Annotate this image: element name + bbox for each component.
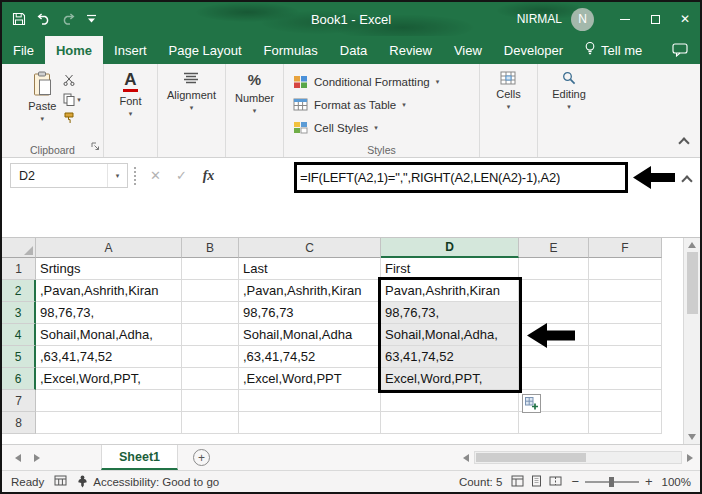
format-painter-button[interactable] <box>63 111 81 125</box>
maximize-button[interactable] <box>640 2 670 36</box>
cell-C5[interactable]: ,63,41,74,52 <box>239 346 381 368</box>
insert-function-icon[interactable]: fx <box>196 163 221 188</box>
tab-data[interactable]: Data <box>329 36 378 64</box>
cell-F4[interactable] <box>589 324 662 346</box>
cell-D5[interactable]: 63,41,74,52 <box>381 346 519 368</box>
comments-button[interactable] <box>660 36 700 64</box>
cell-D7[interactable] <box>381 390 519 412</box>
row-header-5[interactable]: 5 <box>2 346 36 368</box>
cell-E1[interactable] <box>519 258 589 280</box>
cell-B7[interactable] <box>182 390 239 412</box>
cell-C4[interactable]: Sohail,Monal,Adha <box>239 324 381 346</box>
tell-me-box[interactable]: Tell me <box>574 36 652 64</box>
previous-sheet-icon[interactable] <box>15 454 21 462</box>
accessibility-checker[interactable]: Accessibility: Good to go <box>77 475 219 488</box>
cells-menu-button[interactable]: Cells ▾ <box>492 67 524 110</box>
tab-developer[interactable]: Developer <box>493 36 574 64</box>
cell-E2[interactable] <box>519 280 589 302</box>
tab-formulas[interactable]: Formulas <box>253 36 329 64</box>
cell-B4[interactable] <box>182 324 239 346</box>
zoom-level[interactable]: 100% <box>662 476 691 488</box>
collapse-ribbon-button[interactable] <box>680 133 688 151</box>
scroll-right-icon[interactable] <box>687 454 693 462</box>
chevron-down-icon[interactable]: ▾ <box>107 164 127 187</box>
row-header-2[interactable]: 2 <box>2 280 36 302</box>
scroll-left-icon[interactable] <box>463 454 469 462</box>
tab-view[interactable]: View <box>443 36 493 64</box>
zoom-slider[interactable] <box>585 481 639 483</box>
save-icon[interactable] <box>12 12 26 26</box>
redo-icon[interactable] <box>61 13 76 26</box>
select-all-button[interactable] <box>2 238 36 258</box>
format-as-table-button[interactable]: Format as Table ▾ <box>293 94 439 115</box>
zoom-in-icon[interactable]: + <box>645 475 653 488</box>
cell-A4[interactable]: Sohail,Monal,Adha, <box>36 324 182 346</box>
tab-file[interactable]: File <box>2 36 45 64</box>
new-sheet-button[interactable]: + <box>193 449 210 466</box>
page-layout-view-icon[interactable] <box>530 475 543 489</box>
cell-C7[interactable] <box>239 390 381 412</box>
minimize-button[interactable] <box>610 2 640 36</box>
horizontal-scrollbar[interactable] <box>463 451 693 464</box>
cell-A5[interactable]: ,63,41,74,52 <box>36 346 182 368</box>
cell-E6[interactable] <box>519 368 589 390</box>
cell-C8[interactable] <box>239 412 381 434</box>
cell-B8[interactable] <box>182 412 239 434</box>
cell-D4[interactable]: Sohail,Monal,Adha, <box>381 324 519 346</box>
copy-button[interactable]: ▾ <box>63 92 81 106</box>
cell-B1[interactable] <box>182 258 239 280</box>
cell-D2-active[interactable]: Pavan,Ashrith,Kiran <box>381 280 519 302</box>
row-header-8[interactable]: 8 <box>2 412 36 434</box>
column-header-E[interactable]: E <box>519 238 589 258</box>
cell-A1[interactable]: Srtings <box>36 258 182 280</box>
macro-record-icon[interactable] <box>54 475 67 488</box>
cell-D3[interactable]: 98,76,73, <box>381 302 519 324</box>
column-header-C[interactable]: C <box>239 238 381 258</box>
column-header-A[interactable]: A <box>36 238 182 258</box>
cell-F3[interactable] <box>589 302 662 324</box>
enter-icon[interactable]: ✓ <box>169 163 194 188</box>
cell-B5[interactable] <box>182 346 239 368</box>
cell-F7[interactable] <box>589 390 662 412</box>
cell-A2[interactable]: ,Pavan,Ashrith,Kiran <box>36 280 182 302</box>
cell-A7[interactable] <box>36 390 182 412</box>
cell-B3[interactable] <box>182 302 239 324</box>
next-sheet-icon[interactable] <box>34 454 40 462</box>
horizontal-scroll-track[interactable] <box>474 451 682 464</box>
cell-A3[interactable]: 98,76,73, <box>36 302 182 324</box>
horizontal-scroll-thumb[interactable] <box>476 453 586 462</box>
paste-button[interactable]: Paste ▾ <box>24 67 60 125</box>
vertical-scrollbar[interactable] <box>683 238 700 444</box>
alignment-menu-button[interactable]: Alignment ▾ <box>163 67 220 111</box>
cell-E8[interactable] <box>519 412 589 434</box>
cell-C1[interactable]: Last <box>239 258 381 280</box>
avatar[interactable]: N <box>571 8 594 31</box>
cell-E3[interactable] <box>519 302 589 324</box>
cell-E5[interactable] <box>519 346 589 368</box>
row-header-1[interactable]: 1 <box>2 258 36 280</box>
cell-A6[interactable]: ,Excel,Word,PPT, <box>36 368 182 390</box>
cell-D1[interactable]: First <box>381 258 519 280</box>
row-header-6[interactable]: 6 <box>2 368 36 390</box>
row-header-3[interactable]: 3 <box>2 302 36 324</box>
clipboard-dialog-launcher-icon[interactable] <box>91 137 100 155</box>
tab-home[interactable]: Home <box>45 36 103 64</box>
tab-review[interactable]: Review <box>378 36 443 64</box>
column-header-D[interactable]: D <box>381 238 519 258</box>
account-name[interactable]: NIRMAL <box>517 12 562 26</box>
name-box[interactable]: D2 ▾ <box>10 163 128 188</box>
cell-F8[interactable] <box>589 412 662 434</box>
cell-F2[interactable] <box>589 280 662 302</box>
cell-F5[interactable] <box>589 346 662 368</box>
column-header-F[interactable]: F <box>589 238 662 258</box>
tab-insert[interactable]: Insert <box>103 36 158 64</box>
cell-C6[interactable]: ,Excel,Word,PPT <box>239 368 381 390</box>
editing-menu-button[interactable]: Editing ▾ <box>548 67 590 110</box>
cut-button[interactable] <box>63 73 81 87</box>
cell-C3[interactable]: 98,76,73 <box>239 302 381 324</box>
cell-F6[interactable] <box>589 368 662 390</box>
formula-bar-drag-handle[interactable] <box>134 167 136 185</box>
cell-D8[interactable] <box>381 412 519 434</box>
tab-page-layout[interactable]: Page Layout <box>158 36 253 64</box>
close-button[interactable]: ✕ <box>670 2 700 36</box>
